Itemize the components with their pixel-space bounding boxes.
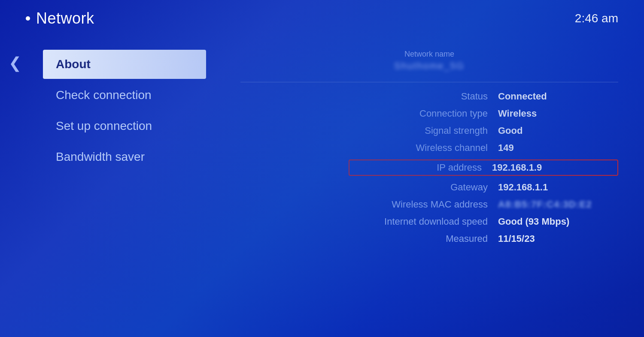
signal-strength-row: Signal strength Good: [240, 125, 618, 136]
connection-type-label: Connection type: [361, 108, 498, 119]
download-speed-row: Internet download speed Good (93 Mbps): [240, 216, 618, 227]
header-dot-icon: [26, 16, 30, 21]
signal-strength-label: Signal strength: [361, 125, 498, 136]
ip-address-wrapper: IP address 192.168.1.9: [240, 159, 618, 176]
wireless-channel-label: Wireless channel: [361, 142, 498, 153]
status-label: Status: [361, 91, 498, 102]
download-speed-label: Internet download speed: [361, 216, 498, 227]
gateway-label: Gateway: [361, 182, 498, 193]
connection-type-row: Connection type Wireless: [240, 108, 618, 119]
wireless-channel-value: 149: [498, 142, 618, 153]
clock-display: 2:46 am: [575, 12, 618, 25]
section-divider: [240, 82, 618, 82]
signal-strength-value: Good: [498, 125, 618, 136]
status-row: Status Connected: [240, 91, 618, 102]
network-name-section: Network name Shuthome_5G: [240, 50, 618, 72]
wireless-channel-row: Wireless channel 149: [240, 142, 618, 153]
page-title: Network: [36, 9, 94, 27]
download-speed-value: Good (93 Mbps): [498, 216, 618, 227]
measured-value: 11/15/23: [498, 233, 618, 244]
sidebar-item-about[interactable]: About: [43, 50, 206, 79]
header-title-area: Network: [26, 9, 94, 27]
gateway-value: 192.168.1.1: [498, 182, 618, 193]
measured-label: Measured: [361, 233, 498, 244]
sidebar-item-check-connection[interactable]: Check connection: [43, 81, 206, 110]
status-value: Connected: [498, 91, 618, 102]
connection-type-value: Wireless: [498, 108, 618, 119]
mac-address-value: A8:B5:7F:C4:3D:E2: [498, 199, 618, 210]
mac-address-row: Wireless MAC address A8:B5:7F:C4:3D:E2: [240, 199, 618, 210]
sidebar: ❮ About Check connection Set up connecti…: [0, 45, 206, 335]
sidebar-item-set-up-connection[interactable]: Set up connection: [43, 111, 206, 141]
back-button[interactable]: ❮: [9, 54, 21, 72]
ip-address-value: 192.168.1.9: [492, 162, 612, 173]
sidebar-item-bandwidth-saver[interactable]: Bandwidth saver: [43, 142, 206, 172]
gateway-row: Gateway 192.168.1.1: [240, 182, 618, 193]
info-panel: Network name Shuthome_5G Status Connecte…: [206, 45, 644, 335]
main-content: ❮ About Check connection Set up connecti…: [0, 37, 644, 335]
mac-address-label: Wireless MAC address: [361, 199, 498, 210]
ip-address-row-highlighted: IP address 192.168.1.9: [349, 159, 618, 176]
network-name-value: Shuthome_5G: [240, 60, 618, 72]
ip-address-label: IP address: [355, 162, 492, 173]
network-name-label: Network name: [240, 50, 618, 59]
measured-row: Measured 11/15/23: [240, 233, 618, 244]
header: Network 2:46 am: [0, 0, 644, 37]
